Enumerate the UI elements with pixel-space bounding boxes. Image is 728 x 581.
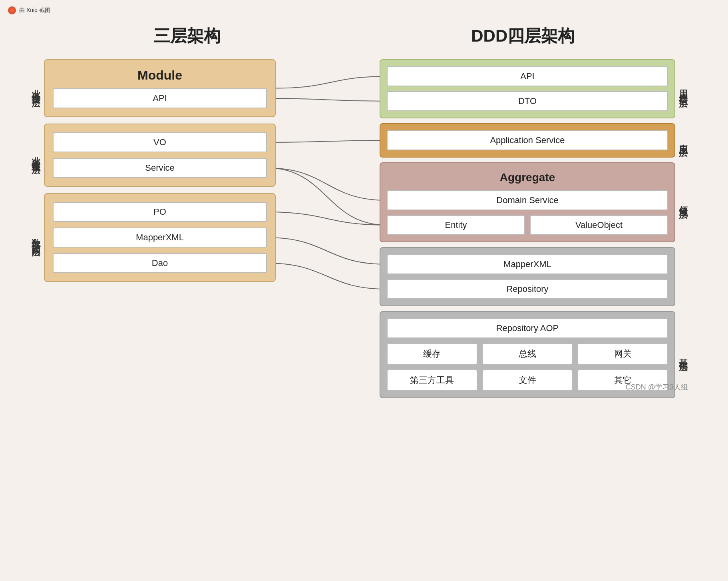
top-bar-label: 由 Xnip 截图 <box>19 7 50 14</box>
aggregate-title: Aggregate <box>387 170 668 186</box>
left-po-box: PO <box>53 202 267 222</box>
right-valueobject-box: ValueObject <box>530 215 668 235</box>
right-layer-3: Aggregate Domain Service Entity ValueObj… <box>380 162 691 242</box>
right-domain-layer: Aggregate Domain Service Entity ValueObj… <box>380 162 675 242</box>
right-dto-box: DTO <box>387 91 668 111</box>
right-title: DDD四层架构 <box>471 25 575 47</box>
right-domainservice-box: Domain Service <box>387 190 668 210</box>
right-layer-1-label: 用户接口层 <box>675 59 691 118</box>
entity-valueobject-row: Entity ValueObject <box>387 215 668 235</box>
right-entity-box: Entity <box>387 215 525 235</box>
left-layer-1-box: Module API <box>44 59 276 117</box>
left-api-box: API <box>53 88 267 108</box>
left-mapperxml-box: MapperXML <box>53 228 267 248</box>
left-layer-1: 业务接口层 Module API <box>28 59 276 117</box>
right-user-interface-layer: API DTO <box>380 59 675 118</box>
footer-text: CSDN @学习3人组 <box>626 382 688 392</box>
left-layer-2: 业务逻辑层 VO Service <box>28 124 276 187</box>
top-bar: 由 Xnip 截图 <box>4 4 724 17</box>
right-thirdparty-box: 第三方工具 <box>387 369 477 391</box>
right-section: API DTO 用户接口层 Application Service 应用层 Ag… <box>380 59 691 398</box>
left-dao-box: Dao <box>53 253 267 273</box>
right-mapperxml-box: MapperXML <box>387 254 668 274</box>
left-layer-1-label: 业务接口层 <box>28 59 44 117</box>
right-bus-box: 总线 <box>482 343 573 365</box>
left-service-box: Service <box>53 158 267 178</box>
right-repository-box: Repository <box>387 279 668 299</box>
xnip-icon <box>8 6 16 14</box>
right-layer-2: Application Service 应用层 <box>380 123 691 158</box>
right-layer-2-label: 应用层 <box>675 123 691 158</box>
right-cache-box: 缓存 <box>387 343 477 365</box>
right-file-box: 文件 <box>482 369 573 391</box>
right-application-layer: Application Service <box>380 123 675 158</box>
right-infra-layer-1: MapperXML Repository <box>380 247 675 306</box>
right-appservice-box: Application Service <box>387 130 668 150</box>
right-layer-4: MapperXML Repository <box>380 247 691 306</box>
right-layer-3-label: 领域层 <box>675 162 691 242</box>
left-layer-2-box: VO Service <box>44 124 276 187</box>
module-title: Module <box>53 68 267 83</box>
right-layer-1: API DTO 用户接口层 <box>380 59 691 118</box>
left-vo-box: VO <box>53 132 267 152</box>
right-layer-4-label <box>675 247 691 306</box>
cache-bus-gateway-row: 缓存 总线 网关 <box>387 343 668 365</box>
left-section: 业务接口层 Module API 业务逻辑层 VO Service <box>28 59 276 282</box>
left-layer-3-label: 数据访问层 <box>28 193 44 282</box>
left-layer-3-box: PO MapperXML Dao <box>44 193 276 282</box>
left-title: 三层架构 <box>153 25 221 47</box>
right-gateway-box: 网关 <box>577 343 668 365</box>
diagram-wrapper: 业务接口层 Module API 业务逻辑层 VO Service <box>28 59 700 398</box>
left-layer-3: 数据访问层 PO MapperXML Dao <box>28 193 276 282</box>
left-layer-2-label: 业务逻辑层 <box>28 124 44 187</box>
right-repository-aop-box: Repository AOP <box>387 318 668 338</box>
right-api-box: API <box>387 66 668 86</box>
